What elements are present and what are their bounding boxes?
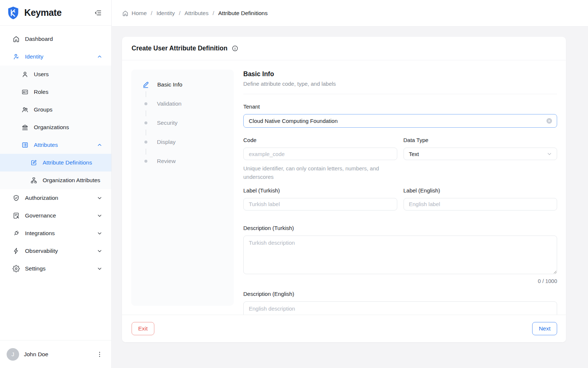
tenant-input[interactable] [243,114,557,128]
users-group-icon [21,106,29,113]
gear-icon [12,265,20,272]
label-turkish-input[interactable] [243,198,397,210]
breadcrumb-separator: / [151,10,152,17]
id-card-icon [21,88,29,96]
sidebar-item-label: Attribute Definitions [43,159,103,166]
step-dot [142,121,150,124]
lightning-icon [12,247,20,255]
step-dot [142,160,150,163]
sidebar-item-roles[interactable]: Roles [0,83,111,101]
section-subtitle: Define attribute code, type, and labels [243,81,557,87]
sidebar-item-organization-attributes[interactable]: Organization Attributes [0,171,111,189]
chevron-down-icon [97,266,103,272]
section-title: Basic Info [243,70,557,78]
label-english-input[interactable] [404,198,557,210]
main-area: Home / Identity / Attributes / Attribute… [112,0,588,368]
code-datatype-row: Code Unique identifier, can only contain… [243,128,557,181]
datatype-field-col: Data Type Text [404,128,557,181]
sidebar-item-observability[interactable]: Observability [0,242,111,260]
app-title: Keymate [24,7,90,18]
plug-icon [12,230,20,237]
label-turkish-label: Label (Turkish) [243,187,397,194]
step-review[interactable]: Review [131,155,234,168]
breadcrumb-attributes[interactable]: Attributes [184,10,208,17]
chevron-up-icon [97,142,103,148]
chevron-up-icon [97,54,103,60]
clear-icon[interactable] [546,117,553,124]
sidebar-item-attributes[interactable]: Attributes [0,136,111,154]
description-english-textarea[interactable] [243,301,557,315]
edit-square-icon [30,159,37,166]
next-button[interactable]: Next [532,322,557,335]
card-body: Basic Info Validation Security [122,60,566,315]
content-area: Create User Attribute Definition Basic I… [112,26,588,368]
sidebar-item-label: Authorization [25,195,92,201]
sidebar-item-settings[interactable]: Settings [0,260,111,277]
step-label: Review [157,158,176,164]
pencil-icon [142,81,150,89]
step-dot [142,102,150,105]
sidebar-item-organizations[interactable]: Organizations [0,118,111,136]
step-basic-info[interactable]: Basic Info [131,78,234,91]
kebab-menu-icon[interactable] [96,351,103,358]
step-security[interactable]: Security [131,116,234,130]
sidebar-nav: Dashboard Identity Users [0,26,111,340]
card-header: Create User Attribute Definition [122,37,566,60]
datatype-select[interactable]: Text [404,148,557,160]
step-connector [146,110,146,116]
datatype-label: Data Type [404,137,557,143]
chevron-down-icon [97,213,103,219]
step-connector [146,91,146,97]
logo-row: Keymate [0,0,111,26]
sidebar-item-attribute-definitions[interactable]: Attribute Definitions [0,154,111,171]
breadcrumb-home-icon[interactable] [122,10,129,17]
wizard-stepper: Basic Info Validation Security [131,70,234,306]
sidebar-item-label: Identity [25,53,92,60]
step-label: Basic Info [157,81,182,88]
sidebar-item-dashboard[interactable]: Dashboard [0,30,111,48]
exit-button[interactable]: Exit [132,322,154,335]
avatar: J [7,348,19,361]
user-name: John Doe [24,351,91,358]
breadcrumb-identity[interactable]: Identity [157,10,175,17]
description-english-label: Description (English) [243,291,557,297]
description-turkish-textarea[interactable] [243,236,557,274]
user-icon [21,71,29,78]
tenant-field-wrap [243,114,557,128]
sidebar-item-identity[interactable]: Identity [0,48,111,66]
step-validation[interactable]: Validation [131,97,234,110]
sidebar-collapse-icon[interactable] [94,8,103,17]
sidebar-item-label: Organization Attributes [43,177,103,184]
card-title: Create User Attribute Definition [132,45,227,52]
character-counter: 0 / 1000 [243,278,557,284]
step-label: Security [157,120,178,126]
sidebar-item-label: Dashboard [25,36,103,42]
sidebar-item-integrations[interactable]: Integrations [0,224,111,242]
chevron-down-icon [546,151,552,157]
create-attribute-card: Create User Attribute Definition Basic I… [122,37,566,342]
step-dot [142,141,150,144]
description-turkish-label: Description (Turkish) [243,225,557,231]
sidebar-item-authorization[interactable]: Authorization [0,189,111,207]
topbar: Home / Identity / Attributes / Attribute… [112,0,588,26]
user-menu[interactable]: J John Doe [0,340,111,368]
app-root: Keymate Dashboard Identity [0,0,588,368]
step-label: Display [157,139,176,145]
info-icon[interactable] [232,45,239,52]
basic-info-form: Basic Info Define attribute code, type, … [243,70,557,315]
sidebar-item-groups[interactable]: Groups [0,101,111,118]
list-square-icon [21,141,29,149]
breadcrumb-separator: / [212,10,214,17]
chevron-down-icon [97,195,103,201]
code-input[interactable] [243,148,397,160]
sidebar-item-users[interactable]: Users [0,66,111,83]
sidebar-item-governance[interactable]: Governance [0,207,111,224]
sidebar-item-label: Settings [25,265,92,272]
tenant-label: Tenant [243,103,557,110]
breadcrumb-home[interactable]: Home [132,10,147,17]
sidebar-item-label: Attributes [34,142,92,148]
step-display[interactable]: Display [131,135,234,149]
bank-icon [21,124,29,131]
sidebar-item-label: Observability [25,248,92,254]
sitemap-icon [30,177,37,184]
